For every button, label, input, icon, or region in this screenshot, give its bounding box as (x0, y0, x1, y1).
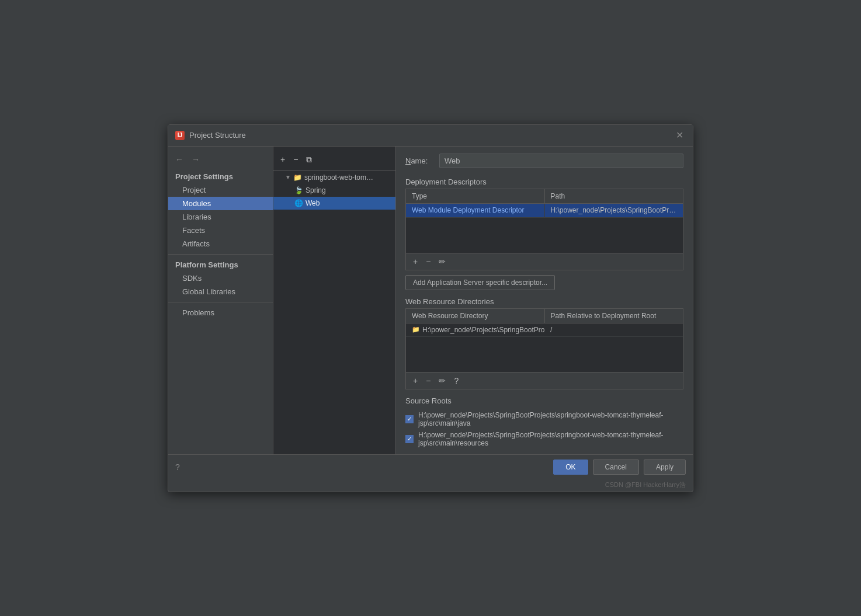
deployment-col-path: Path (545, 189, 683, 203)
tree-add-button[interactable]: + (278, 154, 287, 165)
add-server-descriptor-button[interactable]: Add Application Server specific descript… (405, 275, 555, 290)
web-resource-col-dir: Web Resource Directory (406, 309, 545, 323)
close-button[interactable]: ✕ (673, 130, 686, 141)
tree-remove-button[interactable]: − (291, 154, 300, 165)
web-resource-dir-cell: 📁 H:\power_node\Projects\SpringBootProje… (406, 323, 544, 336)
source-root-java: H:\power_node\Projects\SpringBootProject… (405, 411, 683, 427)
deployment-path-cell: H:\power_node\Projects\SpringBootProject… (545, 204, 683, 217)
tree-spring-item[interactable]: 🍃 Spring (273, 184, 395, 197)
dialog-body: ← → Project Settings Project Modules Lib… (168, 147, 693, 454)
sidebar-item-project[interactable]: Project (168, 183, 273, 197)
web-resource-path-cell: / (544, 323, 683, 336)
title-bar-left: IJ Project Structure (175, 131, 246, 140)
deployment-edit-button[interactable]: ✏ (436, 256, 448, 267)
sidebar-item-global-libraries[interactable]: Global Libraries (168, 285, 273, 298)
web-resource-add-button[interactable]: + (411, 375, 420, 387)
title-bar: IJ Project Structure ✕ (168, 125, 693, 147)
deployment-spacer (406, 218, 683, 253)
sidebar-item-problems[interactable]: Problems (168, 306, 273, 319)
source-root-resources: H:\power_node\Projects\SpringBootProject… (405, 431, 683, 447)
web-resource-spacer (406, 337, 683, 372)
web-resource-edit-button[interactable]: ✏ (436, 375, 448, 387)
ok-button[interactable]: OK (553, 460, 588, 475)
help-button[interactable]: ? (175, 462, 180, 472)
web-resource-toolbar: + − ✏ ? (406, 372, 683, 389)
chevron-down-icon: ▼ (285, 174, 291, 180)
source-roots-title: Source Roots (405, 396, 683, 408)
tree-root-item[interactable]: ▼ 📁 springboot-web-tom… (273, 171, 395, 184)
watermark: CSDN @FBI HackerHarry浩 (168, 479, 693, 492)
source-roots-section: Source Roots H:\power_node\Projects\Spri… (405, 396, 683, 447)
tree-web-item[interactable]: 🌐 Web (273, 197, 395, 210)
platform-settings-header: Platform Settings (168, 258, 273, 272)
web-leaf-icon: 🌐 (294, 199, 303, 207)
deployment-title: Deployment Descriptors (405, 178, 683, 189)
sidebar-divider-1 (168, 254, 273, 255)
source-root-resources-checkbox[interactable] (405, 435, 414, 443)
deployment-toolbar: + − ✏ (406, 253, 683, 270)
nav-bar: ← → (168, 151, 273, 170)
tree-copy-button[interactable]: ⧉ (304, 154, 314, 166)
web-resource-folder-icon: 📁 (412, 326, 420, 333)
project-structure-dialog: IJ Project Structure ✕ ← → Project Setti… (168, 124, 693, 492)
module-tree: + − ⧉ ▼ 📁 springboot-web-tom… 🍃 Spring 🌐… (273, 147, 396, 454)
deployment-add-button[interactable]: + (411, 256, 420, 267)
dialog-title: Project Structure (189, 131, 246, 140)
deployment-col-type: Type (406, 189, 545, 203)
cancel-button[interactable]: Cancel (593, 460, 639, 475)
sidebar-item-modules[interactable]: Modules (168, 197, 273, 210)
apply-button[interactable]: Apply (644, 460, 686, 475)
folder-icon: 📁 (293, 173, 302, 182)
sidebar-item-artifacts[interactable]: Artifacts (168, 237, 273, 250)
dialog-footer: ? OK Cancel Apply (168, 454, 693, 479)
sidebar: ← → Project Settings Project Modules Lib… (168, 147, 273, 454)
web-resource-section: Web Resource Directories Web Resource Di… (405, 297, 683, 389)
main-content: Name: Deployment Descriptors Type Path W… (396, 147, 693, 454)
web-resource-title: Web Resource Directories (405, 297, 683, 308)
name-input[interactable] (439, 154, 683, 168)
source-root-java-checkbox[interactable] (405, 415, 414, 423)
name-label: Name: (405, 156, 435, 165)
web-resource-help-button[interactable]: ? (452, 375, 461, 387)
name-row: Name: (405, 154, 683, 168)
deployment-table-header: Type Path (406, 189, 683, 204)
web-resource-row[interactable]: 📁 H:\power_node\Projects\SpringBootProje… (406, 323, 683, 337)
project-settings-header: Project Settings (168, 170, 273, 183)
app-icon: IJ (175, 131, 185, 140)
source-root-resources-path: H:\power_node\Projects\SpringBootProject… (418, 431, 683, 447)
spring-leaf-icon: 🍃 (294, 186, 303, 194)
deployment-row[interactable]: Web Module Deployment Descriptor H:\powe… (406, 204, 683, 218)
sidebar-item-facets[interactable]: Facets (168, 224, 273, 237)
deployment-section: Deployment Descriptors Type Path Web Mod… (405, 178, 683, 290)
deployment-remove-button[interactable]: − (423, 256, 433, 267)
sidebar-item-libraries[interactable]: Libraries (168, 210, 273, 224)
tree-toolbar: + − ⧉ (273, 151, 395, 171)
footer-buttons: OK Cancel Apply (553, 460, 686, 475)
web-resource-col-path: Path Relative to Deployment Root (545, 309, 683, 323)
deployment-type-cell: Web Module Deployment Descriptor (406, 204, 545, 217)
deployment-table: Type Path Web Module Deployment Descript… (405, 189, 683, 270)
sidebar-divider-2 (168, 302, 273, 302)
forward-button[interactable]: → (189, 154, 202, 165)
source-root-java-path: H:\power_node\Projects\SpringBootProject… (418, 411, 683, 427)
web-resource-remove-button[interactable]: − (423, 375, 433, 387)
back-button[interactable]: ← (173, 154, 186, 165)
sidebar-item-sdks[interactable]: SDKs (168, 272, 273, 285)
web-resource-table: Web Resource Directory Path Relative to … (405, 308, 683, 389)
web-resource-header: Web Resource Directory Path Relative to … (406, 309, 683, 323)
